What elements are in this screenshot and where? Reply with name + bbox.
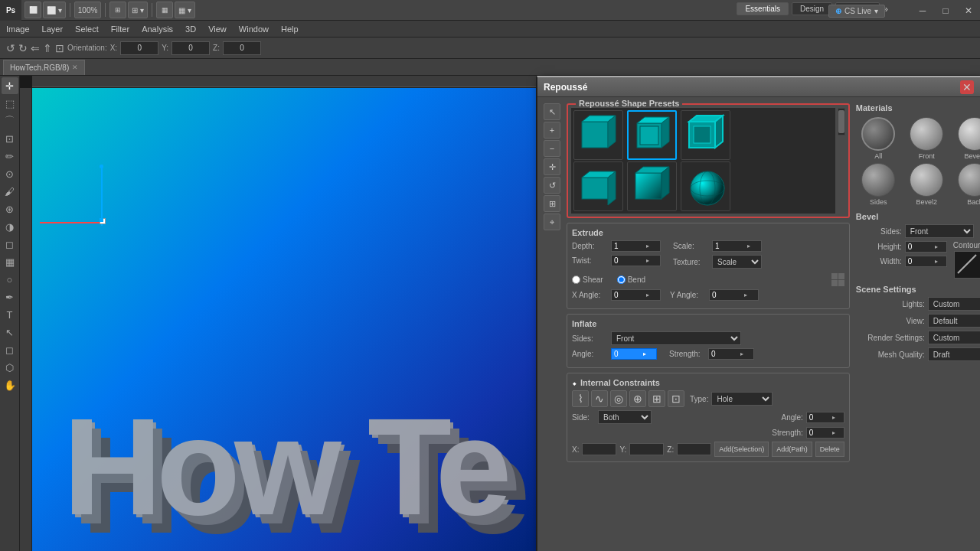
menu-filter[interactable]: Filter: [105, 21, 136, 37]
x-angle-input[interactable]: [614, 291, 646, 299]
x-angle-stepper[interactable]: ▸: [646, 292, 649, 298]
inflate-strength-input[interactable]: [711, 350, 740, 358]
select-path-tool[interactable]: ↖: [2, 324, 18, 341]
history-tool[interactable]: ◑: [2, 218, 18, 235]
new-doc-icon[interactable]: ⬜: [24, 2, 41, 18]
dodge-tool[interactable]: ○: [2, 271, 18, 288]
preset-item-5[interactable]: [627, 161, 677, 211]
close-btn[interactable]: ✕: [957, 0, 980, 21]
lasso-tool[interactable]: ⌒: [2, 112, 18, 129]
add-path-btn[interactable]: Add(Path): [772, 442, 812, 457]
render-select[interactable]: Custom Default: [928, 331, 980, 344]
bevel-width-stepper[interactable]: ▸: [935, 258, 938, 265]
coord-y-input[interactable]: [629, 443, 664, 455]
brush-tool[interactable]: 🖌: [2, 183, 18, 200]
constraint-angle-stepper[interactable]: ▸: [832, 414, 835, 421]
presets-scrollbar[interactable]: [838, 108, 845, 135]
shear-radio[interactable]: [572, 276, 580, 284]
add-selection-btn[interactable]: Add(Selection): [714, 442, 769, 457]
bevel-width-input[interactable]: [908, 257, 935, 266]
material-sides[interactable]: Sides: [856, 163, 901, 206]
contour-preview[interactable]: [954, 251, 980, 279]
doc-tab[interactable]: HowTech.RGB/8) ✕: [3, 60, 85, 75]
preset-item-1[interactable]: [573, 110, 623, 160]
x-input[interactable]: [120, 41, 158, 55]
crop-tool[interactable]: ⊡: [2, 130, 18, 147]
y-angle-stepper[interactable]: ▸: [744, 292, 747, 298]
constraints-collapse-icon[interactable]: ⬥: [572, 378, 577, 387]
spot-heal-tool[interactable]: ⊙: [2, 165, 18, 182]
shape-tool[interactable]: ◻: [2, 341, 18, 358]
doc-tab-close[interactable]: ✕: [72, 64, 78, 71]
eraser-tool[interactable]: ◻: [2, 236, 18, 253]
eyedropper-tool[interactable]: ✏: [2, 148, 18, 165]
material-all[interactable]: All: [856, 117, 901, 160]
preset-item-6[interactable]: [681, 161, 730, 211]
essentials-btn[interactable]: Essentials: [737, 2, 789, 15]
coord-x-input[interactable]: [582, 443, 616, 455]
menu-3d[interactable]: 3D: [179, 21, 202, 37]
preset-item-2[interactable]: [627, 110, 677, 160]
menu-analysis[interactable]: Analysis: [136, 21, 179, 37]
transform-handle-top[interactable]: [100, 165, 103, 168]
material-bevel2[interactable]: Bevel2: [904, 163, 949, 206]
menu-layer[interactable]: Layer: [36, 21, 70, 37]
shear-radio-label[interactable]: Shear: [572, 276, 603, 284]
pen-tool[interactable]: ✒: [2, 289, 18, 305]
dlg-tool-add[interactable]: +: [544, 122, 560, 139]
clone-tool[interactable]: ⊛: [2, 201, 18, 217]
inflate-angle-input[interactable]: [614, 350, 643, 358]
constraint-icon-6[interactable]: ⊡: [668, 390, 684, 407]
layout-icon[interactable]: ▦: [156, 2, 173, 18]
constraint-icon-4[interactable]: ⊕: [629, 390, 646, 407]
menu-window[interactable]: Window: [233, 21, 275, 37]
marquee-tool[interactable]: ⬚: [2, 95, 18, 112]
transform-handle-origin[interactable]: [100, 218, 103, 222]
dlg-tool-rotate[interactable]: ↺: [544, 177, 560, 194]
constraint-icon-3[interactable]: ◎: [610, 390, 627, 407]
twist-stepper[interactable]: ▸: [646, 257, 649, 264]
mesh-select[interactable]: Draft Low Medium High: [928, 347, 980, 361]
zoom-dropdown[interactable]: 100%: [74, 2, 102, 18]
material-front[interactable]: Front: [904, 117, 949, 160]
constraint-icon-5[interactable]: ⊞: [648, 390, 665, 407]
dlg-tool-remove[interactable]: −: [544, 140, 560, 157]
z-input[interactable]: [223, 41, 261, 55]
preset-item-4[interactable]: [573, 161, 623, 211]
constraint-icon-1[interactable]: ⌇: [572, 390, 589, 407]
minimize-btn[interactable]: ─: [911, 0, 934, 21]
design-btn[interactable]: Design: [792, 2, 832, 15]
grid-icon[interactable]: ⊞: [109, 2, 126, 18]
material-bevel1[interactable]: Bevel1: [952, 117, 980, 160]
bevel-height-input[interactable]: [908, 243, 935, 251]
delete-btn[interactable]: Delete: [815, 442, 844, 457]
lights-select[interactable]: Custom Default Hard: [928, 297, 980, 311]
arrange-dropdown[interactable]: ⬜ ▾: [43, 2, 66, 18]
gradient-tool[interactable]: ▦: [2, 253, 18, 270]
canvas-content[interactable]: How Te: [32, 88, 536, 551]
inflate-angle-stepper[interactable]: ▸: [643, 350, 646, 357]
depth-input[interactable]: [614, 242, 646, 250]
texture-select[interactable]: Scale Tile Flip: [712, 255, 762, 269]
bevel-sides-select[interactable]: Front Back Both: [905, 224, 974, 238]
view-select[interactable]: Default Front Top: [928, 314, 980, 328]
scale-stepper[interactable]: ▸: [747, 243, 750, 249]
material-back[interactable]: Back: [952, 163, 980, 206]
depth-stepper[interactable]: ▸: [646, 243, 649, 249]
cslive-btn[interactable]: ⊕ CS Live ▾: [828, 5, 885, 18]
bevel-height-stepper[interactable]: ▸: [935, 243, 938, 250]
dlg-tool-camera[interactable]: ⌖: [544, 214, 560, 230]
view-dropdown[interactable]: ⊞ ▾: [128, 2, 148, 18]
menu-select[interactable]: Select: [69, 21, 105, 37]
twist-input[interactable]: [614, 256, 646, 265]
constraint-icon-2[interactable]: ∿: [591, 390, 608, 407]
y-angle-input[interactable]: [712, 291, 744, 299]
3d-tool[interactable]: ⬡: [2, 359, 18, 376]
presets-scrollthumb[interactable]: [838, 110, 844, 133]
bend-radio[interactable]: [617, 276, 626, 284]
menu-view[interactable]: View: [202, 21, 233, 37]
dialog-close-btn[interactable]: ✕: [960, 80, 974, 94]
side-select[interactable]: Both Front Back: [598, 410, 652, 424]
maximize-btn[interactable]: □: [934, 0, 957, 21]
scale-input[interactable]: [715, 242, 747, 250]
